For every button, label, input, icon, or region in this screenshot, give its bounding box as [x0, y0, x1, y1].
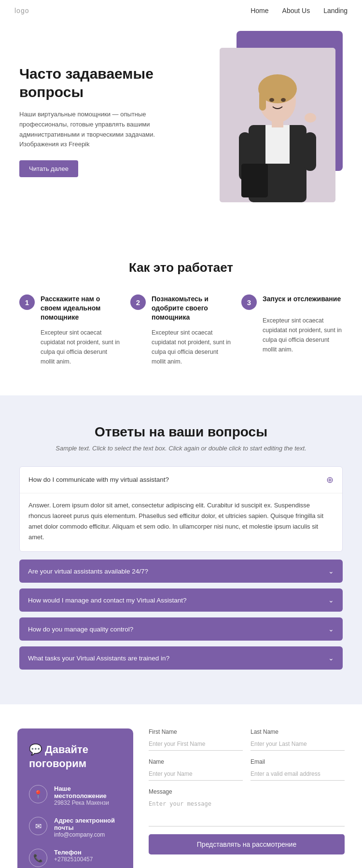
how-it-works-section: Как это работает 1 Расскажите нам о свое… [0, 231, 362, 395]
location-title: Наше местоположение [54, 785, 122, 799]
message-group: Message [149, 788, 345, 828]
first-name-label: First Name [149, 728, 243, 735]
form-contact-row: Name Email [149, 758, 345, 781]
nav-about[interactable]: About Us [282, 7, 310, 14]
hero-title: Часто задаваемые вопросы [19, 65, 168, 101]
contact-form: First Name Last Name Name Email Message … [149, 728, 345, 854]
faq-collapsed-1-text: Are your virtual assistants available 24… [28, 568, 148, 575]
chevron-down-icon-3: ⌄ [328, 625, 334, 633]
phone-title: Телефон [54, 849, 93, 856]
faq-open-icon: ⊕ [326, 475, 334, 485]
chevron-down-icon-4: ⌄ [328, 654, 334, 662]
step-2-body: Excepteur sint ocaecat cupidatat not pro… [130, 328, 232, 366]
step-3-header: 3 Запуск и отслеживание [241, 294, 343, 310]
step-2: 2 Познакомьтесь и одобрите своего помощн… [130, 294, 232, 366]
read-more-button[interactable]: Читать далее [19, 160, 78, 177]
contact-title: 💬 Давайте поговорим [29, 743, 122, 770]
name-group: Name [149, 758, 243, 781]
location-icon: 📍 [29, 785, 47, 803]
hero-section: Часто задаваемые вопросы Наши виртуальны… [0, 21, 362, 231]
nav-home[interactable]: Home [251, 7, 268, 14]
email-group: Email [251, 758, 345, 781]
faq-collapsed-4-text: What tasks your Virtual Assistants are t… [28, 655, 169, 662]
contact-section: 💬 Давайте поговорим 📍 Наше местоположени… [0, 704, 362, 868]
step-3-body: Excepteur sint ocaecat cupidatat not pro… [241, 316, 343, 354]
name-label: Name [149, 758, 243, 765]
contact-email-text: Адрес электронной почты info@company.com [54, 817, 122, 838]
contact-info-panel: 💬 Давайте поговорим 📍 Наше местоположени… [17, 728, 133, 868]
email-title: Адрес электронной почты [54, 817, 122, 831]
navbar: logo Home About Us Landing [0, 0, 362, 21]
contact-phone: 📞 Телефон +27825100457 [29, 849, 122, 867]
hero-image-container [181, 41, 343, 202]
faq-open-question-text: How do I communicate with my virtual ass… [28, 476, 169, 483]
email-input[interactable] [251, 768, 345, 781]
email-form-label: Email [251, 758, 345, 765]
phone-sub: +27825100457 [54, 856, 93, 863]
faq-collapsed-2-text: How would I manage and contact my Virtua… [28, 597, 186, 604]
hero-text: Часто задаваемые вопросы Наши виртуальны… [19, 41, 168, 177]
last-name-label: Last Name [251, 728, 345, 735]
step-2-header: 2 Познакомьтесь и одобрите своего помощн… [130, 294, 232, 322]
form-name-row: First Name Last Name [149, 728, 345, 751]
faq-collapsed-2[interactable]: How would I manage and contact my Virtua… [19, 588, 343, 612]
faq-open-answer: Answer. Lorem ipsum dolor sit amet, cons… [20, 493, 342, 551]
faq-subtitle: Sample text. Click to select the text bo… [19, 445, 343, 452]
how-title: Как это работает [19, 260, 343, 275]
first-name-input[interactable] [149, 738, 243, 751]
contact-email: ✉ Адрес электронной почты info@company.c… [29, 817, 122, 838]
contact-location: 📍 Наше местоположение 29832 Река Макензи [29, 785, 122, 806]
svg-point-7 [269, 98, 274, 102]
name-input[interactable] [149, 768, 243, 781]
nav-landing[interactable]: Landing [323, 7, 348, 14]
faq-open-question[interactable]: How do I communicate with my virtual ass… [20, 467, 342, 493]
contact-phone-text: Телефон +27825100457 [54, 849, 93, 863]
message-textarea[interactable] [149, 798, 345, 826]
chevron-down-icon-2: ⌄ [328, 596, 334, 604]
svg-point-8 [281, 98, 286, 102]
message-label: Message [149, 788, 345, 795]
last-name-group: Last Name [251, 728, 345, 751]
logo: logo [14, 7, 29, 14]
svg-rect-11 [304, 132, 316, 171]
faq-collapsed-3-text: How do you manage quality control? [28, 626, 133, 633]
step-3: 3 Запуск и отслеживание Excepteur sint o… [241, 294, 343, 366]
email-link[interactable]: info@company.com [54, 831, 122, 838]
location-sub: 29832 Река Макензи [54, 799, 122, 806]
submit-button[interactable]: Представлять на рассмотрение [149, 834, 345, 854]
steps-container: 1 Расскажите нам о своем идеальном помощ… [19, 294, 343, 366]
step-1: 1 Расскажите нам о своем идеальном помощ… [19, 294, 121, 366]
faq-collapsed-4[interactable]: What tasks your Virtual Assistants are t… [19, 646, 343, 670]
step-3-title: Запуск и отслеживание [263, 294, 341, 304]
faq-collapsed-1[interactable]: Are your virtual assistants available 24… [19, 560, 343, 583]
faq-title: Ответы на ваши вопросы [19, 424, 343, 440]
faq-open-item[interactable]: How do I communicate with my virtual ass… [19, 466, 343, 552]
svg-rect-2 [265, 125, 290, 164]
faq-collapsed-3[interactable]: How do you manage quality control? ⌄ [19, 617, 343, 641]
step-1-num: 1 [19, 294, 35, 310]
email-icon: ✉ [29, 817, 47, 835]
step-2-num: 2 [130, 294, 146, 310]
first-name-group: First Name [149, 728, 243, 751]
last-name-input[interactable] [251, 738, 345, 751]
step-3-num: 3 [241, 294, 257, 310]
svg-rect-6 [259, 91, 266, 111]
hero-photo [220, 48, 335, 202]
svg-point-12 [305, 113, 316, 123]
step-1-title: Расскажите нам о своем идеальном помощни… [41, 294, 121, 322]
step-2-title: Познакомьтесь и одобрите своего помощник… [152, 294, 232, 322]
hero-description: Наши виртуальные помощники — опытные про… [19, 110, 168, 150]
phone-icon: 📞 [29, 849, 47, 867]
step-1-body: Excepteur sint ocaecat cupidatat not pro… [19, 328, 121, 366]
contact-location-text: Наше местоположение 29832 Река Макензи [54, 785, 122, 806]
step-1-header: 1 Расскажите нам о своем идеальном помощ… [19, 294, 121, 322]
nav-links: Home About Us Landing [251, 7, 348, 14]
chevron-down-icon-1: ⌄ [328, 567, 334, 575]
svg-rect-10 [241, 164, 268, 197]
faq-section: Ответы на ваши вопросы Sample text. Clic… [0, 395, 362, 704]
